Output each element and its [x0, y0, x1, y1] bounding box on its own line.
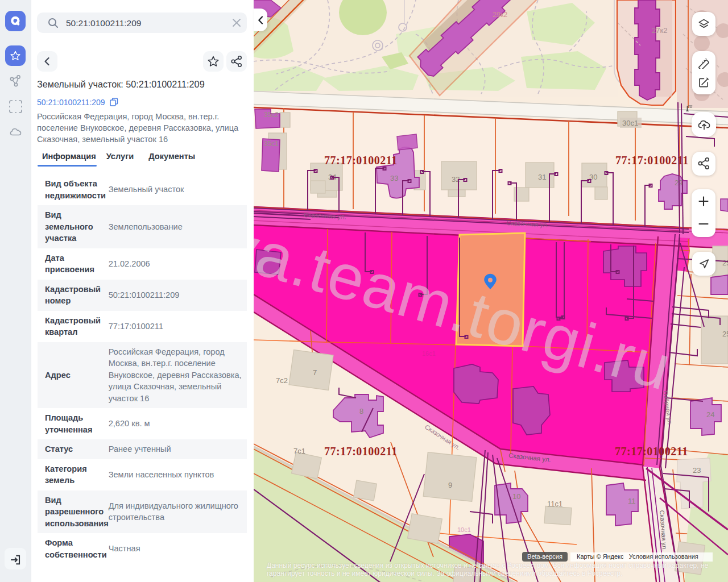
svg-text:11с1: 11с1 — [547, 500, 562, 508]
svg-text:35с2: 35с2 — [264, 111, 279, 119]
svg-text:9: 9 — [448, 481, 452, 489]
svg-text:29к2: 29к2 — [493, 11, 507, 19]
svg-text:7: 7 — [313, 368, 317, 377]
svg-text:33: 33 — [390, 174, 398, 182]
svg-text:77:17:0100211: 77:17:0100211 — [324, 445, 398, 458]
svg-text:25: 25 — [722, 259, 728, 267]
svg-text:7с2: 7с2 — [276, 376, 288, 385]
svg-text:25: 25 — [722, 330, 728, 338]
svg-text:8: 8 — [359, 407, 363, 415]
svg-text:31: 31 — [538, 173, 546, 181]
svg-text:10: 10 — [512, 492, 520, 501]
svg-text:7с1: 7с1 — [293, 447, 305, 455]
svg-text:11: 11 — [628, 497, 636, 505]
svg-text:30с1: 30с1 — [622, 119, 638, 127]
svg-text:77:17:0100211: 77:17:0100211 — [615, 154, 689, 167]
svg-text:77:17:0100211: 77:17:0100211 — [324, 154, 398, 167]
svg-text:23: 23 — [693, 466, 701, 475]
svg-text:16с1: 16с1 — [422, 350, 436, 357]
svg-text:27к2: 27к2 — [652, 26, 667, 35]
svg-text:77:17:0100211: 77:17:0100211 — [615, 445, 688, 458]
svg-text:10с1: 10с1 — [457, 526, 471, 533]
svg-text:24: 24 — [706, 410, 714, 419]
svg-text:35с1: 35с1 — [264, 140, 279, 148]
